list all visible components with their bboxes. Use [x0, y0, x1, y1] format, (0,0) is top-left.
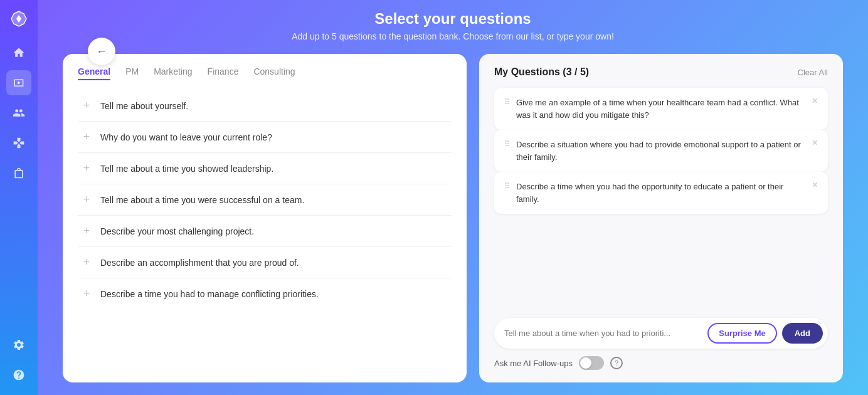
tab-consulting[interactable]: Consulting: [253, 66, 295, 80]
bottom-area: Surprise Me Add Ask me AI Follow-ups ?: [494, 318, 828, 370]
category-tabs: General PM Marketing Finance Consulting: [78, 66, 452, 80]
question-item-text: Describe a time you had to manage confli…: [100, 289, 319, 299]
surprise-me-button[interactable]: Surprise Me: [707, 323, 776, 344]
follow-up-help-icon[interactable]: ?: [610, 357, 623, 369]
users-icon[interactable]: [6, 100, 31, 125]
add-question-icon: +: [80, 162, 93, 175]
selected-question-text: Describe a time when you had the opportu…: [516, 181, 806, 205]
logo: [8, 8, 30, 30]
drag-handle-icon[interactable]: ⠿: [504, 182, 510, 191]
question-item-text: Describe an accomplishment that you are …: [100, 258, 299, 268]
question-list-item[interactable]: +Tell me about a time you were successfu…: [78, 184, 452, 216]
tab-finance[interactable]: Finance: [208, 66, 239, 80]
selected-question-item: ⠿Give me an example of a time when your …: [494, 88, 828, 130]
selected-question-item: ⠿Describe a time when you had the opport…: [494, 172, 828, 214]
clear-all-button[interactable]: Clear All: [798, 68, 828, 77]
add-question-icon: +: [80, 99, 93, 112]
selected-question-text: Give me an example of a time when your h…: [516, 97, 806, 121]
question-item-text: Tell me about a time you showed leadersh…: [100, 164, 273, 174]
my-questions-header: My Questions (3 / 5) Clear All: [494, 66, 828, 78]
question-list-item[interactable]: +Describe your most challenging project.: [78, 216, 452, 247]
my-questions-panel: My Questions (3 / 5) Clear All ⠿Give me …: [479, 54, 843, 382]
my-questions-title: My Questions (3 / 5): [494, 66, 589, 78]
help-sidebar-icon[interactable]: [6, 362, 31, 387]
question-bank-panel: General PM Marketing Finance Consulting …: [63, 54, 467, 382]
question-list-item[interactable]: +Describe an accomplishment that you are…: [78, 247, 452, 278]
question-item-text: Why do you want to leave your current ro…: [100, 132, 272, 142]
add-question-icon: +: [80, 130, 93, 144]
follow-up-row: Ask me AI Follow-ups ?: [494, 356, 828, 370]
home-icon[interactable]: [6, 40, 31, 65]
add-question-icon: +: [80, 256, 93, 269]
selected-question-item: ⠿Describe a situation where you had to p…: [494, 130, 828, 172]
gamepad-icon[interactable]: [6, 130, 31, 155]
question-item-text: Tell me about yourself.: [100, 101, 188, 111]
question-list-item[interactable]: +Describe a time you had to manage confl…: [78, 278, 452, 309]
back-button[interactable]: ←: [88, 38, 115, 65]
page-subtitle: Add up to 5 questions to the question ba…: [292, 31, 614, 41]
sidebar: [0, 0, 38, 395]
question-list: +Tell me about yourself.+Why do you want…: [78, 90, 452, 309]
header: Select your questions Add up to 5 questi…: [292, 0, 614, 49]
remove-question-button[interactable]: ×: [812, 137, 818, 149]
content-area: General PM Marketing Finance Consulting …: [63, 54, 843, 382]
bag-icon[interactable]: [6, 161, 31, 186]
toggle-knob: [580, 357, 591, 369]
page-title: Select your questions: [292, 10, 614, 28]
video-icon[interactable]: [6, 70, 31, 95]
remove-question-button[interactable]: ×: [812, 179, 818, 191]
remove-question-button[interactable]: ×: [812, 95, 818, 107]
question-list-item[interactable]: +Tell me about yourself.: [78, 90, 452, 122]
selected-questions-list: ⠿Give me an example of a time when your …: [494, 88, 828, 214]
question-list-item[interactable]: +Why do you want to leave your current r…: [78, 122, 452, 153]
main-content: Select your questions Add up to 5 questi…: [38, 0, 868, 395]
follow-up-toggle[interactable]: [579, 356, 604, 370]
add-question-icon: +: [80, 193, 93, 206]
drag-handle-icon[interactable]: ⠿: [504, 140, 510, 149]
tab-marketing[interactable]: Marketing: [154, 66, 192, 80]
drag-handle-icon[interactable]: ⠿: [504, 98, 510, 107]
tab-general[interactable]: General: [78, 66, 110, 80]
selected-question-text: Describe a situation where you had to pr…: [516, 139, 806, 163]
add-question-icon: +: [80, 224, 93, 238]
add-question-icon: +: [80, 287, 93, 300]
settings-icon[interactable]: [6, 332, 31, 357]
follow-up-label: Ask me AI Follow-ups: [494, 359, 573, 368]
question-list-item[interactable]: +Tell me about a time you showed leaders…: [78, 153, 452, 184]
custom-question-row: Surprise Me Add: [494, 318, 828, 349]
question-item-text: Tell me about a time you were successful…: [100, 195, 304, 205]
tab-pm[interactable]: PM: [125, 66, 139, 80]
custom-question-input[interactable]: [504, 329, 702, 338]
add-button[interactable]: Add: [782, 323, 823, 344]
question-item-text: Describe your most challenging project.: [100, 226, 254, 236]
